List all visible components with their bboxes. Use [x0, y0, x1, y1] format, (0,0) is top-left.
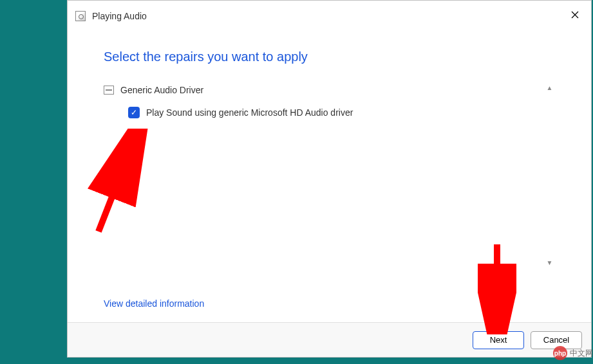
page-heading: Select the repairs you want to apply [104, 50, 555, 64]
watermark-text: 中文网 [570, 348, 593, 359]
view-detailed-link[interactable]: View detailed information [104, 298, 204, 309]
repairs-list: Generic Audio Driver ✓ Play Sound using … [104, 85, 555, 118]
driver-group-row: Generic Audio Driver [104, 85, 540, 95]
repair-label: Play Sound using generic Microsoft HD Au… [146, 107, 353, 118]
dialog-footer: Next Cancel [68, 322, 591, 357]
scrollbar[interactable]: ▲ ▼ [544, 85, 555, 266]
next-button[interactable]: Next [473, 331, 524, 349]
repair-item: ✓ Play Sound using generic Microsoft HD … [128, 107, 540, 118]
repair-checkbox[interactable]: ✓ [128, 107, 140, 118]
dialog-content: Select the repairs you want to apply Gen… [68, 32, 591, 322]
check-icon: ✓ [131, 109, 137, 116]
device-icon [104, 86, 114, 95]
audio-troubleshooter-icon [75, 11, 86, 21]
scroll-up-icon[interactable]: ▲ [547, 85, 553, 91]
driver-group-label: Generic Audio Driver [120, 85, 203, 95]
watermark-logo-icon: php [553, 346, 567, 360]
troubleshooter-dialog: Playing Audio Select the repairs you wan… [67, 0, 592, 358]
titlebar: Playing Audio [68, 1, 591, 32]
close-icon [571, 11, 579, 19]
watermark: php 中文网 [553, 346, 593, 360]
window-title: Playing Audio [92, 11, 147, 21]
link-row: View detailed information [104, 298, 555, 322]
scroll-down-icon[interactable]: ▼ [547, 260, 553, 266]
close-button[interactable] [563, 5, 587, 25]
